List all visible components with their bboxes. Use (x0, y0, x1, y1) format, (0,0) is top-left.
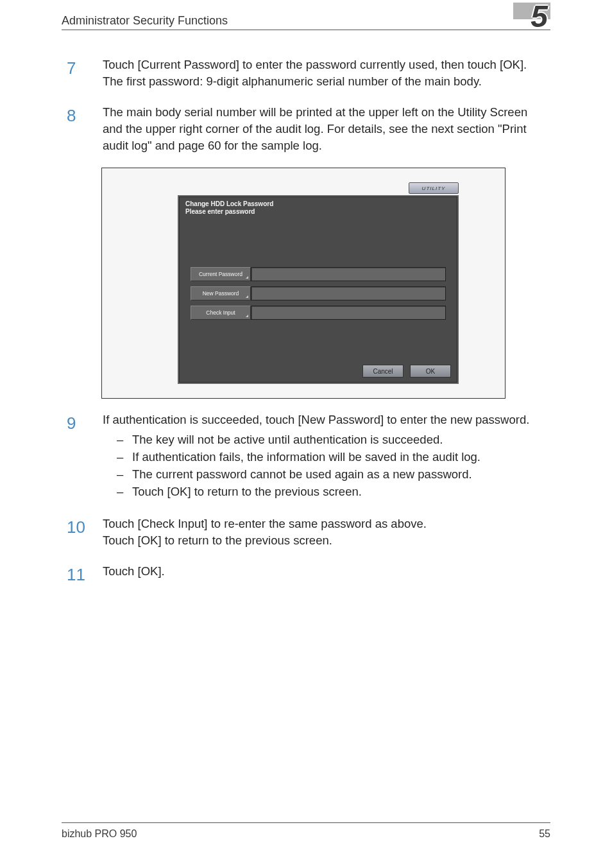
screen-subtitle: Please enter password (185, 208, 451, 216)
step-number: 7 (62, 56, 103, 90)
step-number: 9 (62, 412, 103, 501)
field-row-check: Check Input (191, 306, 446, 320)
screen-title: Change HDD Lock Password (185, 200, 451, 208)
list-item: The current password cannot be used agai… (117, 467, 550, 483)
step-8: 8 The main body serial number will be pr… (62, 104, 550, 154)
cancel-button[interactable]: Cancel (362, 365, 404, 378)
field-row-current: Current Password (191, 267, 446, 281)
step-text: The main body serial number will be prin… (103, 104, 550, 154)
step-text: Touch [Current Password] to enter the pa… (103, 56, 550, 73)
list-item: Touch [OK] to return to the previous scr… (117, 484, 550, 500)
step-11: 11 Touch [OK]. (62, 563, 550, 586)
running-header: Administrator Security Functions (62, 14, 228, 28)
step-text: The first password: 9-digit alphanumeric… (103, 73, 550, 90)
step-10: 10 Touch [Check Input] to re-enter the s… (62, 516, 550, 549)
footer-product: bizhub PRO 950 (62, 828, 137, 840)
current-password-input[interactable] (251, 267, 446, 281)
bullet-list: The key will not be active until authent… (103, 432, 550, 500)
check-input-button[interactable]: Check Input (191, 306, 251, 320)
step-number: 11 (62, 563, 103, 586)
step-text: Touch [OK]. (103, 563, 550, 580)
footer-page-number: 55 (539, 828, 550, 840)
step-7: 7 Touch [Current Password] to enter the … (62, 56, 550, 90)
list-item: The key will not be active until authent… (117, 432, 550, 448)
embedded-screenshot: UTILITY Change HDD Lock Password Please … (101, 168, 506, 399)
step-text: If authentication is succeeded, touch [N… (103, 412, 550, 428)
step-9: 9 If authentication is succeeded, touch … (62, 412, 550, 501)
step-number: 10 (62, 516, 103, 549)
screen-panel: Change HDD Lock Password Please enter pa… (178, 195, 459, 384)
field-row-new: New Password (191, 286, 446, 300)
step-number: 8 (62, 104, 103, 154)
check-input-input[interactable] (251, 306, 446, 320)
list-item: If authentication fails, the information… (117, 449, 550, 465)
new-password-input[interactable] (251, 286, 446, 300)
ok-button[interactable]: OK (410, 365, 451, 378)
new-password-button[interactable]: New Password (191, 286, 251, 300)
step-text: Touch [Check Input] to re-enter the same… (103, 516, 550, 532)
current-password-button[interactable]: Current Password (191, 267, 251, 281)
step-text: Touch [OK] to return to the previous scr… (103, 532, 550, 549)
utility-chip[interactable]: UTILITY (409, 182, 459, 194)
header-underline (62, 30, 550, 30)
chapter-badge: 5 (506, 0, 550, 32)
